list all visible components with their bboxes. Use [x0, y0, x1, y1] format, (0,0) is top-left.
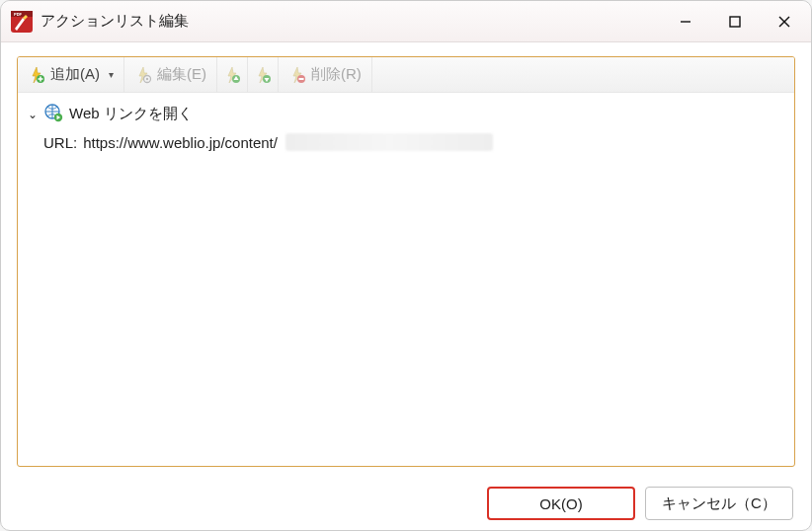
ok-button[interactable]: OK(O) [487, 487, 635, 520]
edit-label: 編集(E) [157, 65, 206, 84]
minimize-button[interactable] [661, 4, 710, 39]
delete-label: 削除(R) [311, 65, 362, 84]
footer: OK(O) キャンセル（C） [1, 477, 811, 530]
url-value: https://www.weblio.jp/content/ [83, 134, 278, 151]
chevron-down-icon: ▾ [109, 69, 114, 80]
bolt-add-icon [28, 66, 45, 84]
bolt-down-icon [254, 66, 272, 84]
globe-play-icon [43, 103, 63, 125]
bolt-delete-icon [288, 66, 306, 84]
add-button[interactable]: 追加(A) ▾ [18, 57, 124, 92]
action-row-detail[interactable]: URL: https://www.weblio.jp/content/ [26, 129, 786, 155]
move-up-button[interactable] [217, 57, 248, 92]
cancel-button[interactable]: キャンセル（C） [645, 487, 793, 520]
move-down-button[interactable] [248, 57, 279, 92]
window-title: アクションリスト編集 [41, 12, 189, 31]
close-button[interactable] [760, 4, 809, 39]
toolbar: 追加(A) ▾ 編集(E) [18, 57, 794, 93]
content-area: 追加(A) ▾ 編集(E) [1, 42, 811, 477]
svg-point-11 [146, 77, 148, 79]
action-panel: 追加(A) ▾ 編集(E) [17, 56, 795, 467]
chevron-down-icon: ⌄ [28, 108, 38, 121]
maximize-button[interactable] [710, 4, 760, 39]
action-list[interactable]: ⌄ Web リンクを開く URL: https://www.weblio.jp/… [18, 93, 794, 466]
svg-rect-4 [730, 17, 740, 27]
app-icon: PDF [11, 11, 33, 33]
bolt-up-icon [223, 66, 241, 84]
url-label: URL: [43, 134, 77, 151]
dialog-window: PDF アクションリスト編集 [0, 0, 812, 531]
action-header-text: Web リンクを開く [69, 105, 193, 123]
action-row-header[interactable]: ⌄ Web リンクを開く [26, 99, 786, 129]
svg-text:PDF: PDF [14, 12, 23, 17]
add-label: 追加(A) [50, 65, 100, 84]
edit-button[interactable]: 編集(E) [124, 57, 217, 92]
titlebar: PDF アクションリスト編集 [1, 1, 811, 42]
redacted-text [285, 133, 493, 151]
delete-button[interactable]: 削除(R) [279, 57, 372, 92]
bolt-gear-icon [134, 66, 152, 84]
